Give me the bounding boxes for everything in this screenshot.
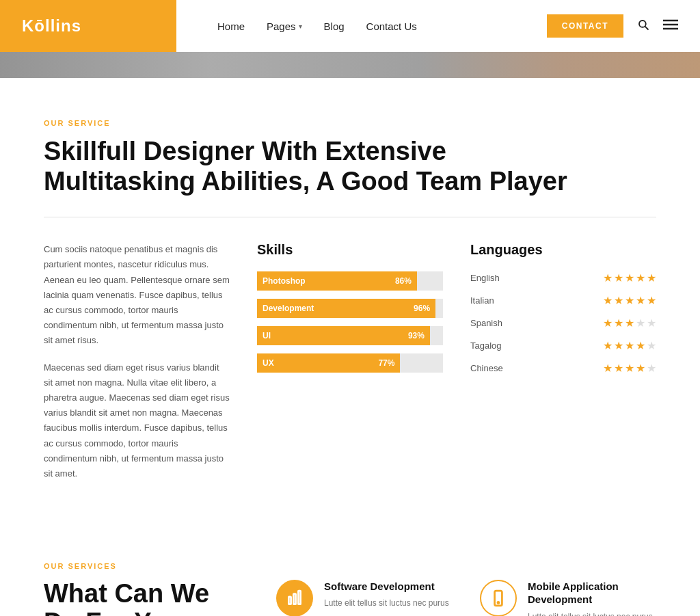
empty-star-icon: ★ <box>647 339 656 352</box>
filled-star-icon: ★ <box>625 294 634 307</box>
bar-chart-icon <box>286 589 304 607</box>
service-item: Software Development Lutte elit tellus s… <box>276 580 453 616</box>
empty-star-icon: ★ <box>647 362 656 375</box>
star-rating: ★★★★★ <box>603 339 656 352</box>
skill-bar-fill: Development 96% <box>257 299 435 318</box>
skill-bar-fill: Photoshop 86% <box>257 271 417 291</box>
services-section-label: OUR SERVICES <box>44 562 656 570</box>
filled-star-icon: ★ <box>625 339 634 352</box>
skill-bar-label: UI <box>262 331 271 340</box>
skill-bar-pct: 96% <box>414 304 430 313</box>
skill-bar-bg: Development 96% <box>257 299 443 318</box>
nav-contact-us[interactable]: Contact Us <box>366 21 417 32</box>
skill-bar-bg: Photoshop 86% <box>257 271 443 291</box>
languages-col: Languages English ★★★★★ Italian ★★★★★ Sp… <box>470 242 656 493</box>
skill-bar-pct: 93% <box>408 331 425 340</box>
service-item-desc: Lutte elit tellus sit luctus nec purus <box>528 611 656 616</box>
filled-star-icon: ★ <box>625 362 634 375</box>
language-name: English <box>470 273 511 283</box>
language-name: Italian <box>470 295 511 306</box>
language-row: English ★★★★★ <box>470 271 656 284</box>
nav-pages[interactable]: Pages ▾ <box>267 21 302 32</box>
service-paragraph-1: Cum sociis natoque penatibus et magnis d… <box>44 242 230 348</box>
filled-star-icon: ★ <box>603 317 612 330</box>
filled-star-icon: ★ <box>614 271 623 284</box>
filled-star-icon: ★ <box>625 271 634 284</box>
filled-star-icon: ★ <box>636 339 645 352</box>
star-rating: ★★★★★ <box>603 317 656 330</box>
menu-icon[interactable] <box>663 19 678 34</box>
filled-star-icon: ★ <box>614 317 623 330</box>
service-icon-circle <box>480 580 517 616</box>
skill-bar-fill: UI 93% <box>257 326 430 345</box>
svg-rect-7 <box>298 591 300 604</box>
empty-star-icon: ★ <box>636 317 645 330</box>
service-item-desc: Lutte elit tellus sit luctus nec purus <box>324 597 449 610</box>
language-name: Chinese <box>470 363 511 373</box>
skill-bar-item: Photoshop 86% <box>257 271 443 291</box>
filled-star-icon: ★ <box>647 271 656 284</box>
service-section-label: OUR SERVICE <box>44 119 656 127</box>
services-left-col: What Can We Do For Your Business Lorem i… <box>44 580 249 616</box>
service-info: Mobile Application Development Lutte eli… <box>528 580 656 616</box>
skill-bar-bg: UX 77% <box>257 353 443 373</box>
filled-star-icon: ★ <box>603 339 612 352</box>
languages-list: English ★★★★★ Italian ★★★★★ Spanish ★★★★… <box>470 271 656 375</box>
our-service-section: OUR SERVICE Skillfull Designer With Exte… <box>22 78 678 521</box>
skill-bar-pct: 77% <box>378 358 394 368</box>
service-icon-circle <box>276 580 313 616</box>
star-rating: ★★★★★ <box>603 271 656 284</box>
nav-home[interactable]: Home <box>217 21 245 32</box>
skill-bar-label: UX <box>262 358 274 368</box>
filled-star-icon: ★ <box>636 362 645 375</box>
star-rating: ★★★★★ <box>603 294 656 307</box>
contact-button[interactable]: CONTACT <box>547 14 623 38</box>
main-nav: Home Pages ▾ Blog Contact Us <box>176 21 547 32</box>
services-col-2: Mobile Application Development Lutte eli… <box>480 580 656 616</box>
language-name: Tagalog <box>470 340 511 351</box>
logo[interactable]: Kōllins <box>22 16 81 36</box>
skill-bar-item: UX 77% <box>257 353 443 373</box>
hero-image-strip <box>0 52 700 78</box>
skills-title: Skills <box>257 242 443 258</box>
language-name: Spanish <box>470 318 511 328</box>
skill-bar-item: UI 93% <box>257 326 443 345</box>
language-row: Italian ★★★★★ <box>470 294 656 307</box>
nav-blog[interactable]: Blog <box>324 21 345 32</box>
service-info: Software Development Lutte elit tellus s… <box>324 580 449 611</box>
svg-rect-6 <box>293 593 295 604</box>
filled-star-icon: ★ <box>614 294 623 307</box>
svg-point-0 <box>639 21 646 27</box>
header-right: CONTACT <box>547 14 700 38</box>
filled-star-icon: ★ <box>625 317 634 330</box>
search-icon[interactable] <box>637 18 649 34</box>
service-paragraph-2: Maecenas sed diam eget risus varius blan… <box>44 360 230 481</box>
logo-area: Kōllins <box>0 0 176 52</box>
svg-point-10 <box>498 602 499 603</box>
language-row: Tagalog ★★★★★ <box>470 339 656 352</box>
skill-bar-pct: 86% <box>395 276 412 286</box>
svg-line-1 <box>645 26 649 29</box>
service-columns: Cum sociis natoque penatibus et magnis d… <box>44 242 656 493</box>
filled-star-icon: ★ <box>603 294 612 307</box>
skill-bar-bg: UI 93% <box>257 326 443 345</box>
service-section-title: Skillfull Designer With Extensive Multit… <box>44 137 577 196</box>
star-rating: ★★★★★ <box>603 362 656 375</box>
chevron-down-icon: ▾ <box>299 23 302 30</box>
skill-bar-item: Development 96% <box>257 299 443 318</box>
services-title: What Can We Do For Your Business <box>44 580 249 616</box>
languages-title: Languages <box>470 242 656 258</box>
filled-star-icon: ★ <box>603 271 612 284</box>
empty-star-icon: ★ <box>647 317 656 330</box>
skills-col: Skills Photoshop 86% Development 96% UI … <box>257 242 443 493</box>
service-text-col: Cum sociis natoque penatibus et magnis d… <box>44 242 230 493</box>
skill-bar-fill: UX 77% <box>257 353 400 373</box>
mobile-icon <box>489 589 507 607</box>
filled-star-icon: ★ <box>614 339 623 352</box>
services-col-1: Software Development Lutte elit tellus s… <box>276 580 453 616</box>
service-item-title: Software Development <box>324 580 449 593</box>
skill-bars: Photoshop 86% Development 96% UI 93% UX … <box>257 271 443 373</box>
filled-star-icon: ★ <box>647 294 656 307</box>
filled-star-icon: ★ <box>603 362 612 375</box>
skill-bar-label: Development <box>262 304 314 313</box>
